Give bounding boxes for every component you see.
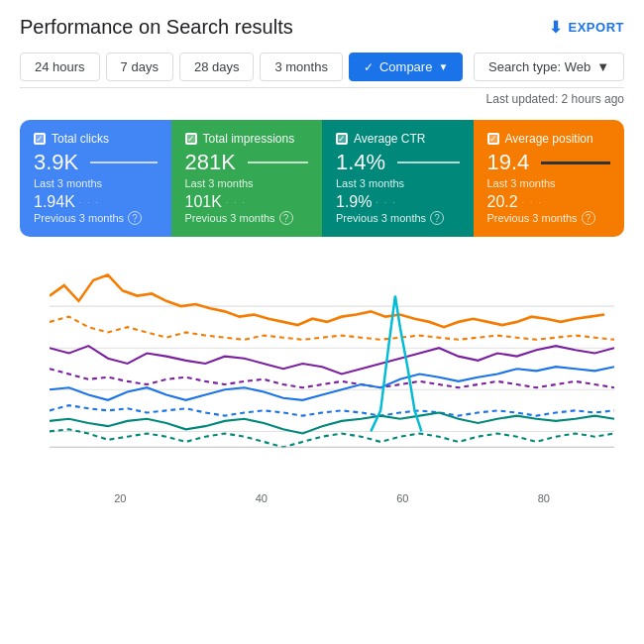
filter-28d[interactable]: 28 days bbox=[179, 53, 255, 81]
metric-impressions-prev-label: Previous 3 months bbox=[185, 212, 275, 224]
metric-position-dots: · · · bbox=[522, 198, 610, 207]
divider bbox=[20, 87, 624, 88]
metric-position-dash bbox=[541, 161, 610, 164]
metric-ctr-prev-row: 1.9% · · · bbox=[336, 193, 460, 211]
check-icon: ✓ bbox=[364, 60, 374, 74]
metric-clicks-period: Last 3 months bbox=[34, 177, 158, 189]
metric-ctr-info-icon[interactable]: ? bbox=[430, 211, 444, 225]
export-button[interactable]: ⬇ EXPORT bbox=[549, 18, 624, 37]
metric-clicks-dash bbox=[90, 161, 157, 163]
metric-ctr-checkbox[interactable]: ✓ bbox=[336, 133, 348, 145]
x-label-60: 60 bbox=[396, 492, 408, 504]
metric-ctr: ✓ Average CTR 1.4% Last 3 months 1.9% · … bbox=[322, 120, 474, 237]
metric-position: ✓ Average position 19.4 Last 3 months 20… bbox=[474, 120, 625, 237]
chart-area bbox=[20, 255, 624, 492]
filter-7d[interactable]: 7 days bbox=[106, 53, 173, 81]
page-title: Performance on Search results bbox=[20, 16, 293, 39]
chart-svg bbox=[50, 265, 614, 463]
x-label-20: 20 bbox=[114, 492, 126, 504]
metric-position-period: Last 3 months bbox=[487, 177, 611, 189]
metric-clicks: ✓ Total clicks 3.9K Last 3 months 1.94K … bbox=[20, 120, 171, 237]
metric-clicks-checkbox[interactable]: ✓ bbox=[34, 133, 46, 145]
metric-position-header: ✓ Average position bbox=[487, 132, 611, 146]
metric-impressions-info-icon[interactable]: ? bbox=[279, 211, 293, 225]
compare-label: Compare bbox=[379, 59, 432, 74]
metric-ctr-dash bbox=[397, 161, 459, 163]
last-updated-text: Last updated: 2 hours ago bbox=[20, 92, 624, 106]
x-label-40: 40 bbox=[256, 492, 268, 504]
metric-position-checkbox[interactable]: ✓ bbox=[487, 133, 499, 145]
metric-position-prev-label: Previous 3 months bbox=[487, 212, 578, 224]
metric-position-info-icon[interactable]: ? bbox=[582, 211, 595, 225]
metric-impressions-value: 281K bbox=[185, 150, 236, 175]
metric-impressions-title: Total impressions bbox=[203, 132, 295, 146]
metric-clicks-info-icon[interactable]: ? bbox=[128, 211, 142, 225]
metric-ctr-value-row: 1.4% bbox=[336, 150, 460, 175]
filter-24h[interactable]: 24 hours bbox=[20, 53, 100, 81]
metric-clicks-prev-value: 1.94K bbox=[34, 193, 75, 211]
metric-impressions-header: ✓ Total impressions bbox=[185, 132, 309, 146]
metric-ctr-period: Last 3 months bbox=[336, 177, 460, 189]
metric-clicks-title: Total clicks bbox=[52, 132, 109, 146]
filter-3m[interactable]: 3 months bbox=[260, 53, 342, 81]
metrics-row: ✓ Total clicks 3.9K Last 3 months 1.94K … bbox=[20, 120, 624, 237]
metric-ctr-prev-label: Previous 3 months bbox=[336, 212, 426, 224]
search-type-button[interactable]: Search type: Web ▼ bbox=[474, 53, 624, 81]
metric-ctr-header: ✓ Average CTR bbox=[336, 132, 460, 146]
search-type-label: Search type: Web bbox=[488, 59, 590, 74]
compare-button[interactable]: ✓ Compare ▼ bbox=[349, 53, 463, 81]
filter-bar: 24 hours 7 days 28 days 3 months ✓ Compa… bbox=[20, 53, 624, 81]
metric-position-value-row: 19.4 bbox=[487, 150, 611, 175]
metric-clicks-prev-row: 1.94K · · · bbox=[34, 193, 158, 211]
metric-clicks-dots: · · · bbox=[79, 198, 158, 207]
metric-impressions-prev-row: 101K · · · bbox=[185, 193, 309, 211]
metric-position-value: 19.4 bbox=[487, 150, 530, 175]
metric-impressions: ✓ Total impressions 281K Last 3 months 1… bbox=[171, 120, 323, 237]
metric-impressions-checkbox[interactable]: ✓ bbox=[185, 133, 197, 145]
metric-clicks-prev-label: Previous 3 months bbox=[34, 212, 124, 224]
metric-ctr-dots: · · · bbox=[376, 198, 459, 207]
header: Performance on Search results ⬇ EXPORT bbox=[20, 16, 624, 39]
metric-impressions-value-row: 281K bbox=[185, 150, 309, 175]
metric-ctr-title: Average CTR bbox=[354, 132, 425, 146]
metric-impressions-period: Last 3 months bbox=[185, 177, 309, 189]
x-label-80: 80 bbox=[538, 492, 550, 504]
metric-ctr-value: 1.4% bbox=[336, 150, 385, 175]
metric-impressions-dots: · · · bbox=[226, 198, 308, 207]
export-label: EXPORT bbox=[569, 20, 624, 35]
metric-clicks-value-row: 3.9K bbox=[34, 150, 158, 175]
metric-position-prev-row: 20.2 · · · bbox=[487, 193, 611, 211]
page-container: Performance on Search results ⬇ EXPORT 2… bbox=[0, 0, 644, 644]
metric-ctr-prev-value: 1.9% bbox=[336, 193, 372, 211]
search-type-chevron-icon: ▼ bbox=[596, 59, 609, 74]
metric-position-title: Average position bbox=[505, 132, 593, 146]
metric-clicks-header: ✓ Total clicks bbox=[34, 132, 158, 146]
chevron-down-icon: ▼ bbox=[438, 61, 448, 72]
metric-impressions-prev-value: 101K bbox=[185, 193, 222, 211]
metric-clicks-value: 3.9K bbox=[34, 150, 78, 175]
metric-impressions-dash bbox=[248, 161, 308, 163]
x-axis-labels: 20 40 60 80 bbox=[20, 492, 624, 504]
metric-position-prev-value: 20.2 bbox=[487, 193, 518, 211]
export-icon: ⬇ bbox=[549, 18, 563, 37]
